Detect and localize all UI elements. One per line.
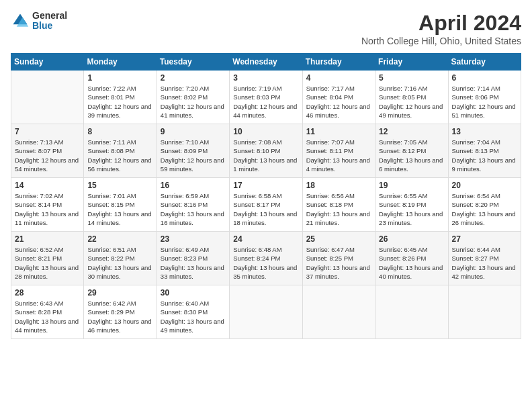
calendar-cell: 3Sunrise: 7:19 AMSunset: 8:03 PMDaylight… (230, 71, 302, 124)
calendar-cell: 12Sunrise: 7:05 AMSunset: 8:12 PMDayligh… (375, 124, 448, 178)
column-header-thursday: Thursday (302, 54, 375, 71)
logo: General Blue (11, 11, 67, 32)
calendar-week-row: 7Sunrise: 7:13 AMSunset: 8:07 PMDaylight… (11, 124, 521, 178)
calendar-cell: 19Sunrise: 6:55 AMSunset: 8:19 PMDayligh… (375, 178, 448, 232)
calendar-cell: 6Sunrise: 7:14 AMSunset: 8:06 PMDaylight… (448, 71, 521, 124)
calendar-cell: 16Sunrise: 6:59 AMSunset: 8:16 PMDayligh… (157, 178, 229, 232)
logo-general-text: General (32, 11, 67, 21)
day-info: Sunrise: 6:40 AMSunset: 8:30 PMDaylight:… (161, 299, 226, 334)
calendar-cell: 7Sunrise: 7:13 AMSunset: 8:07 PMDaylight… (11, 124, 84, 178)
day-number: 9 (161, 127, 226, 136)
calendar-cell: 24Sunrise: 6:48 AMSunset: 8:24 PMDayligh… (230, 232, 302, 285)
calendar-cell: 22Sunrise: 6:51 AMSunset: 8:22 PMDayligh… (84, 232, 157, 285)
column-header-friday: Friday (375, 54, 448, 71)
day-info: Sunrise: 6:47 AMSunset: 8:25 PMDaylight:… (306, 245, 371, 281)
calendar-cell: 30Sunrise: 6:40 AMSunset: 8:30 PMDayligh… (157, 285, 229, 339)
day-info: Sunrise: 6:48 AMSunset: 8:24 PMDaylight:… (233, 245, 298, 281)
day-number: 18 (306, 181, 371, 190)
day-info: Sunrise: 6:44 AMSunset: 8:27 PMDaylight:… (452, 245, 517, 281)
column-header-wednesday: Wednesday (230, 54, 302, 71)
day-info: Sunrise: 7:20 AMSunset: 8:02 PMDaylight:… (161, 84, 226, 120)
calendar-cell: 11Sunrise: 7:07 AMSunset: 8:11 PMDayligh… (302, 124, 375, 178)
day-info: Sunrise: 6:54 AMSunset: 8:20 PMDaylight:… (452, 191, 517, 227)
day-info: Sunrise: 6:49 AMSunset: 8:23 PMDaylight:… (161, 245, 226, 281)
calendar-week-row: 21Sunrise: 6:52 AMSunset: 8:21 PMDayligh… (11, 232, 521, 285)
calendar-cell: 1Sunrise: 7:22 AMSunset: 8:01 PMDaylight… (84, 71, 157, 124)
day-number: 13 (452, 127, 517, 136)
day-info: Sunrise: 6:55 AMSunset: 8:19 PMDaylight:… (379, 191, 444, 227)
day-number: 25 (306, 234, 371, 244)
day-number: 19 (379, 181, 444, 190)
calendar-cell: 23Sunrise: 6:49 AMSunset: 8:23 PMDayligh… (157, 232, 229, 285)
calendar-cell: 21Sunrise: 6:52 AMSunset: 8:21 PMDayligh… (11, 232, 84, 285)
calendar-cell: 28Sunrise: 6:43 AMSunset: 8:28 PMDayligh… (11, 285, 84, 339)
day-number: 6 (452, 73, 517, 83)
logo-text: General Blue (32, 11, 67, 32)
day-number: 28 (15, 288, 80, 298)
calendar-cell: 10Sunrise: 7:08 AMSunset: 8:10 PMDayligh… (230, 124, 302, 178)
calendar-cell (11, 71, 84, 124)
day-info: Sunrise: 7:07 AMSunset: 8:11 PMDaylight:… (306, 138, 371, 173)
day-number: 14 (15, 181, 80, 190)
day-info: Sunrise: 7:10 AMSunset: 8:09 PMDaylight:… (161, 138, 226, 173)
calendar-cell: 20Sunrise: 6:54 AMSunset: 8:20 PMDayligh… (448, 178, 521, 232)
day-number: 5 (379, 73, 444, 83)
calendar-cell: 14Sunrise: 7:02 AMSunset: 8:14 PMDayligh… (11, 178, 84, 232)
calendar-cell: 2Sunrise: 7:20 AMSunset: 8:02 PMDaylight… (157, 71, 229, 124)
calendar-cell (375, 285, 448, 339)
calendar-week-row: 14Sunrise: 7:02 AMSunset: 8:14 PMDayligh… (11, 178, 521, 232)
day-number: 15 (87, 181, 152, 190)
calendar-subtitle: North College Hill, Ohio, United States (361, 36, 521, 46)
day-info: Sunrise: 7:13 AMSunset: 8:07 PMDaylight:… (15, 138, 80, 173)
day-info: Sunrise: 7:17 AMSunset: 8:04 PMDaylight:… (306, 84, 371, 120)
day-info: Sunrise: 6:51 AMSunset: 8:22 PMDaylight:… (87, 245, 152, 281)
day-info: Sunrise: 6:56 AMSunset: 8:18 PMDaylight:… (306, 191, 371, 227)
day-info: Sunrise: 7:04 AMSunset: 8:13 PMDaylight:… (452, 138, 517, 173)
day-number: 17 (233, 181, 298, 190)
day-number: 2 (161, 73, 226, 83)
day-info: Sunrise: 7:16 AMSunset: 8:05 PMDaylight:… (379, 84, 444, 120)
day-info: Sunrise: 7:05 AMSunset: 8:12 PMDaylight:… (379, 138, 444, 173)
logo-blue-text: Blue (32, 21, 67, 31)
calendar-cell: 9Sunrise: 7:10 AMSunset: 8:09 PMDaylight… (157, 124, 229, 178)
calendar-header-row: SundayMondayTuesdayWednesdayThursdayFrid… (11, 54, 521, 71)
column-header-monday: Monday (84, 54, 157, 71)
day-number: 24 (233, 234, 298, 244)
calendar-cell (448, 285, 521, 339)
calendar-cell: 15Sunrise: 7:01 AMSunset: 8:15 PMDayligh… (84, 178, 157, 232)
day-info: Sunrise: 6:52 AMSunset: 8:21 PMDaylight:… (15, 245, 80, 281)
calendar-cell: 5Sunrise: 7:16 AMSunset: 8:05 PMDaylight… (375, 71, 448, 124)
column-header-saturday: Saturday (448, 54, 521, 71)
day-number: 7 (15, 127, 80, 136)
calendar-cell: 25Sunrise: 6:47 AMSunset: 8:25 PMDayligh… (302, 232, 375, 285)
calendar-cell: 27Sunrise: 6:44 AMSunset: 8:27 PMDayligh… (448, 232, 521, 285)
day-number: 3 (233, 73, 298, 83)
day-number: 20 (452, 181, 517, 190)
day-info: Sunrise: 7:08 AMSunset: 8:10 PMDaylight:… (233, 138, 298, 173)
page-header: General Blue April 2024 North College Hi… (11, 11, 521, 46)
day-info: Sunrise: 7:01 AMSunset: 8:15 PMDaylight:… (87, 191, 152, 227)
calendar-table: SundayMondayTuesdayWednesdayThursdayFrid… (11, 53, 521, 339)
day-info: Sunrise: 6:59 AMSunset: 8:16 PMDaylight:… (161, 191, 226, 227)
calendar-cell: 29Sunrise: 6:42 AMSunset: 8:29 PMDayligh… (84, 285, 157, 339)
day-info: Sunrise: 6:42 AMSunset: 8:29 PMDaylight:… (87, 299, 152, 334)
day-number: 30 (161, 288, 226, 298)
day-number: 27 (452, 234, 517, 244)
day-number: 10 (233, 127, 298, 136)
day-info: Sunrise: 7:19 AMSunset: 8:03 PMDaylight:… (233, 84, 298, 120)
day-number: 23 (161, 234, 226, 244)
day-number: 4 (306, 73, 371, 83)
day-number: 22 (87, 234, 152, 244)
column-header-sunday: Sunday (11, 54, 84, 71)
logo-icon (11, 11, 30, 30)
day-number: 26 (379, 234, 444, 244)
day-number: 8 (87, 127, 152, 136)
day-info: Sunrise: 7:02 AMSunset: 8:14 PMDaylight:… (15, 191, 80, 227)
calendar-cell: 17Sunrise: 6:58 AMSunset: 8:17 PMDayligh… (230, 178, 302, 232)
calendar-cell: 13Sunrise: 7:04 AMSunset: 8:13 PMDayligh… (448, 124, 521, 178)
day-info: Sunrise: 6:58 AMSunset: 8:17 PMDaylight:… (233, 191, 298, 227)
day-info: Sunrise: 6:45 AMSunset: 8:26 PMDaylight:… (379, 245, 444, 281)
calendar-cell: 4Sunrise: 7:17 AMSunset: 8:04 PMDaylight… (302, 71, 375, 124)
day-number: 29 (87, 288, 152, 298)
calendar-week-row: 28Sunrise: 6:43 AMSunset: 8:28 PMDayligh… (11, 285, 521, 339)
